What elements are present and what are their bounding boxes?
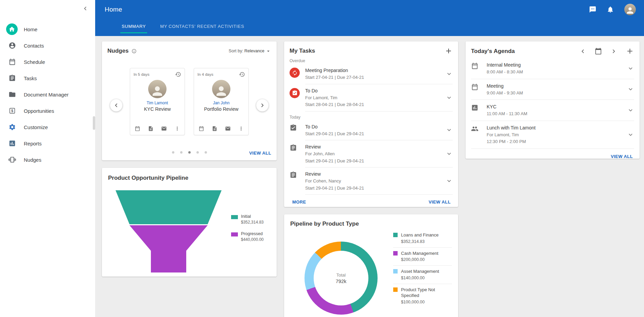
sidebar-item-reports[interactable]: Reports bbox=[0, 135, 95, 152]
sidebar-collapse-button[interactable] bbox=[82, 5, 89, 12]
agenda-row-kyc[interactable]: KYC 11:00 AM - 11:30 AM bbox=[471, 100, 634, 121]
donut-chart[interactable]: Total 792k bbox=[304, 242, 378, 315]
agenda-item-title: KYC bbox=[487, 104, 497, 109]
notifications-button[interactable] bbox=[607, 6, 614, 13]
nudges-view-all-link[interactable]: VIEW ALL bbox=[249, 151, 271, 156]
funnel-card-title: Product Opportunity Pipeline bbox=[108, 175, 271, 181]
chevron-left-icon bbox=[112, 102, 120, 109]
add-appointment-button[interactable] bbox=[626, 47, 634, 55]
nudges-sort-dropdown[interactable]: Sort by: Relevance bbox=[229, 48, 271, 54]
user-avatar[interactable] bbox=[624, 4, 636, 15]
legend-item-asset-management[interactable]: Asset Management $140,000.00 bbox=[393, 266, 452, 284]
agenda-calendar-button[interactable] bbox=[595, 48, 602, 55]
history-icon[interactable] bbox=[175, 71, 181, 77]
legend-label: Progressed bbox=[241, 231, 264, 236]
expand-task-button[interactable] bbox=[442, 150, 453, 157]
expand-task-button[interactable] bbox=[442, 70, 453, 77]
sidebar-item-contacts[interactable]: Contacts bbox=[0, 37, 95, 54]
expand-agenda-button[interactable] bbox=[624, 131, 634, 138]
legend-item-loans-and-finance[interactable]: Loans and Finance $352,314.83 bbox=[393, 229, 452, 248]
task-row-review-cohen[interactable]: Review For Cohen, Nancy Start 29-04-21 |… bbox=[290, 168, 453, 195]
messages-button[interactable] bbox=[589, 6, 596, 13]
agenda-prev-day-button[interactable] bbox=[579, 48, 587, 55]
nudge-card-kyc-review[interactable]: In 5 days Tim Lamont KYC Review bbox=[130, 68, 185, 135]
expand-agenda-button[interactable] bbox=[624, 86, 634, 93]
carousel-dot[interactable] bbox=[172, 151, 174, 154]
expand-task-button[interactable] bbox=[442, 94, 453, 101]
agenda-row-internal-meeting[interactable]: Internal Meeting 8:00 AM - 8:30 AM bbox=[471, 58, 634, 79]
tab-summary[interactable]: SUMMARY bbox=[120, 19, 147, 33]
email-action-button[interactable] bbox=[161, 126, 167, 131]
history-icon[interactable] bbox=[239, 71, 245, 77]
agenda-row-lunch[interactable]: Lunch with Tim Lamont For Lamont, Tim 12… bbox=[471, 121, 634, 149]
clipboard-icon bbox=[6, 74, 18, 82]
tab-bar: SUMMARY MY CONTACTS' RECENT ACTIVITIES bbox=[95, 19, 644, 33]
carousel-dot[interactable] bbox=[180, 151, 182, 154]
schedule-action-button[interactable] bbox=[135, 126, 140, 131]
sidebar-scrollbar[interactable] bbox=[93, 116, 95, 130]
legend-swatch bbox=[393, 251, 398, 256]
sidebar-item-label: Schedule bbox=[24, 59, 45, 65]
agenda-next-day-button[interactable] bbox=[610, 48, 617, 55]
tasks-more-link[interactable]: MORE bbox=[292, 199, 306, 205]
contact-name-link[interactable]: Tim Lamont bbox=[147, 101, 168, 105]
legend-label: Asset Management bbox=[401, 268, 439, 275]
overdue-sync-icon bbox=[290, 68, 300, 78]
legend-value: $100,000.00 bbox=[401, 300, 445, 304]
add-task-button[interactable] bbox=[445, 47, 453, 55]
legend-item-initial[interactable]: Initial $352,314.83 bbox=[231, 214, 264, 225]
nudge-due-label: In 5 days bbox=[134, 72, 150, 76]
agenda-view-all-link[interactable]: VIEW ALL bbox=[611, 154, 633, 159]
sidebar: Home Contacts Schedule Tasks Document Ma… bbox=[0, 0, 95, 317]
tasks-view-all-link[interactable]: VIEW ALL bbox=[429, 199, 451, 205]
task-owner: For Cohen, Nancy bbox=[305, 178, 442, 184]
sidebar-item-customize[interactable]: Customize bbox=[0, 119, 95, 135]
expand-task-button[interactable] bbox=[442, 177, 453, 184]
more-options-button[interactable] bbox=[238, 126, 244, 131]
email-action-button[interactable] bbox=[225, 126, 231, 131]
carousel-dot[interactable] bbox=[205, 151, 207, 154]
note-action-button[interactable] bbox=[148, 126, 154, 131]
sidebar-item-home[interactable]: Home bbox=[0, 21, 95, 37]
legend-label: Initial bbox=[241, 214, 264, 219]
schedule-action-button[interactable] bbox=[198, 126, 204, 131]
tab-recent-activities[interactable]: MY CONTACTS' RECENT ACTIVITIES bbox=[159, 19, 245, 33]
carousel-next-button[interactable] bbox=[256, 99, 268, 111]
task-title: Meeting Preparation bbox=[305, 68, 348, 73]
funnel-chart[interactable] bbox=[111, 190, 226, 272]
task-row-meeting-preparation[interactable]: Meeting Preparation Start 27-04-21 | Due… bbox=[290, 64, 453, 84]
sidebar-item-tasks[interactable]: Tasks bbox=[0, 70, 95, 86]
contact-name-link[interactable]: Jan John bbox=[213, 101, 230, 105]
carousel-prev-button[interactable] bbox=[110, 99, 122, 111]
carousel-dot[interactable] bbox=[196, 151, 199, 154]
expand-task-button[interactable] bbox=[442, 126, 453, 134]
chat-icon bbox=[589, 6, 596, 13]
agenda-row-meeting[interactable]: Meeting 9:00 AM - 9:30 AM bbox=[471, 79, 634, 100]
legend-item-cash-management[interactable]: Cash Management $200,000.00 bbox=[393, 248, 452, 266]
task-row-review-john[interactable]: Review For John, Allen Start 29-04-21 | … bbox=[290, 140, 453, 168]
task-title: Review bbox=[305, 171, 321, 177]
bar-chart-icon bbox=[6, 140, 18, 147]
legend-item-product-type-not-specified[interactable]: Product Type Not Specified $100,000.00 bbox=[393, 284, 452, 308]
info-button[interactable] bbox=[132, 49, 137, 54]
expand-agenda-button[interactable] bbox=[624, 107, 634, 114]
expand-agenda-button[interactable] bbox=[624, 65, 634, 72]
carousel-dot-active[interactable] bbox=[188, 151, 191, 154]
sidebar-item-nudges[interactable]: Nudges bbox=[0, 152, 95, 168]
calendar-icon bbox=[6, 58, 18, 66]
task-row-todo-overdue[interactable]: To Do For Lamont, Tim Start 28-04-21 | D… bbox=[290, 84, 453, 111]
sidebar-item-opportunities[interactable]: Opportunities bbox=[0, 103, 95, 119]
legend-item-progressed[interactable]: Progressed $440,000.00 bbox=[231, 231, 264, 242]
sidebar-item-label: Tasks bbox=[24, 75, 37, 81]
task-row-todo-today[interactable]: To Do Start 29-04-21 | Due 29-04-21 bbox=[290, 120, 453, 141]
sidebar-item-document-manager[interactable]: Document Manager bbox=[0, 86, 95, 103]
sidebar-item-schedule[interactable]: Schedule bbox=[0, 54, 95, 70]
nudge-card-portfolio-review[interactable]: In 4 days Jan John Portfolio Review bbox=[194, 68, 249, 135]
donut-legend: Loans and Finance $352,314.83 Cash Manag… bbox=[393, 229, 452, 308]
plus-icon bbox=[445, 47, 453, 55]
sidebar-item-label: Contacts bbox=[24, 43, 44, 49]
note-action-button[interactable] bbox=[212, 126, 217, 131]
bar-chart-icon bbox=[471, 104, 487, 111]
more-options-button[interactable] bbox=[174, 126, 180, 131]
donut-card-title: Pipeline by Product Type bbox=[290, 221, 452, 227]
